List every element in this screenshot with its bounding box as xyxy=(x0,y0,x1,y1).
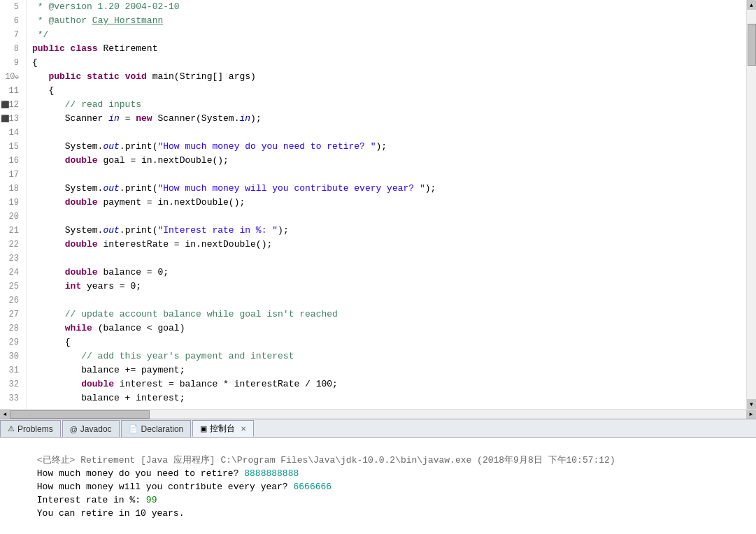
tab-console-label: 控制台 xyxy=(210,423,235,435)
line-num-30: 30 xyxy=(0,349,22,363)
line-num-5: 5 xyxy=(0,0,22,14)
console-line3-value: 99 xyxy=(146,495,157,505)
code-line-26 xyxy=(32,294,746,308)
code-text: while xyxy=(65,322,98,335)
code-text: years = 0; xyxy=(87,280,141,294)
code-text: static xyxy=(87,70,125,84)
tab-console[interactable]: ▣ 控制台 ✕ xyxy=(192,420,254,437)
tab-problems-label: Problems xyxy=(17,424,53,434)
code-text: ); xyxy=(425,182,436,196)
line-num-8: 8 xyxy=(0,42,22,56)
scroll-up-button[interactable]: ▲ xyxy=(747,0,757,10)
line-num-16: 16 xyxy=(0,154,22,168)
tab-problems[interactable]: ⚠ Problems xyxy=(0,420,61,437)
console-header-line: <已终止> Retirement [Java 应用程序] C:\Program … xyxy=(4,440,752,454)
code-text: { xyxy=(32,56,38,70)
console-line4-text: You can retire in 10 years. xyxy=(37,508,185,519)
line-num-22: 22 xyxy=(0,238,22,252)
code-text xyxy=(32,322,65,335)
code-text: "How much money will you contribute ever… xyxy=(157,182,425,196)
code-text: { xyxy=(32,84,54,98)
code-text: new xyxy=(136,112,157,126)
tab-console-close[interactable]: ✕ xyxy=(241,425,246,433)
line-num-25: 25 xyxy=(0,280,22,294)
scroll-right-button[interactable]: ► xyxy=(746,410,756,419)
declaration-icon: 📄 xyxy=(129,424,138,433)
code-text: interest = balance * interestRate / 100; xyxy=(120,377,338,391)
line-numbers: 5 6 7 8 9 10⊖ 11 ⬛12 ⬛13 14 15 16 17 18 … xyxy=(0,0,27,409)
code-text xyxy=(32,238,65,252)
code-line-13: Scanner in = new Scanner(System.in); xyxy=(32,112,746,126)
code-line-20 xyxy=(32,210,746,224)
line-num-20: 20 xyxy=(0,210,22,224)
code-line-32: double interest = balance * interestRate… xyxy=(32,377,746,391)
code-line-29: { xyxy=(32,335,746,349)
line-num-27: 27 xyxy=(0,308,22,322)
code-text xyxy=(32,70,48,84)
line-num-7: 7 xyxy=(0,28,22,42)
console-header-text: <已终止> Retirement [Java 应用程序] C:\Program … xyxy=(37,455,615,466)
code-text xyxy=(32,196,65,210)
code-text: void xyxy=(125,70,152,84)
code-line-28: while (balance < goal) xyxy=(32,322,746,335)
code-text: .print( xyxy=(120,224,158,238)
code-text: * @version 1.20 2004-02-10 xyxy=(32,0,180,14)
line-num-14: 14 xyxy=(0,126,22,140)
code-text: balance += payment; xyxy=(32,363,185,377)
code-text: double xyxy=(65,154,104,168)
tab-declaration[interactable]: 📄 Declaration xyxy=(121,420,192,437)
line-num-15: 15 xyxy=(0,140,22,154)
code-text: Scanner xyxy=(32,112,108,126)
vertical-scrollbar[interactable]: ▲ ▼ xyxy=(746,0,756,409)
code-text: Retirement xyxy=(103,42,157,56)
code-line-10: public static void main(String[] args) xyxy=(32,70,746,84)
line-num-24: 24 xyxy=(0,266,22,280)
code-text: public xyxy=(48,70,87,84)
code-text: Scanner(System. xyxy=(157,112,239,126)
line-num-32: 32 xyxy=(0,377,22,391)
line-num-12: ⬛12 xyxy=(0,98,22,112)
code-text: "Interest rate in %: " xyxy=(157,224,278,238)
line-num-18: 18 xyxy=(0,182,22,196)
code-text: "How much money do you need to retire? " xyxy=(157,140,376,154)
code-line-6: * @author Cay Horstmann xyxy=(32,14,746,28)
scroll-track-h[interactable] xyxy=(10,410,746,419)
code-text: .print( xyxy=(120,182,158,196)
code-text: public xyxy=(32,42,71,56)
scroll-thumb-h[interactable] xyxy=(10,410,150,419)
code-editor: 5 6 7 8 9 10⊖ 11 ⬛12 ⬛13 14 15 16 17 18 … xyxy=(0,0,756,419)
line-num-10: 10⊖ xyxy=(0,70,22,84)
console-line2-prefix: How much money will you contribute every… xyxy=(37,482,294,492)
code-line-17 xyxy=(32,168,746,182)
code-line-23 xyxy=(32,252,746,266)
code-text: double xyxy=(65,196,104,210)
code-text: in xyxy=(108,112,120,126)
console-line2-value: 6666666 xyxy=(293,482,331,492)
code-text: (balance < goal) xyxy=(98,322,185,335)
code-text: = xyxy=(120,112,136,126)
code-text: out xyxy=(103,140,119,154)
code-content: * @version 1.20 2004-02-10 * @author Cay… xyxy=(27,0,746,409)
horizontal-scrollbar[interactable]: ◄ ► xyxy=(0,409,756,419)
console-line1-prefix: How much money do you need to retire? xyxy=(37,468,244,479)
scroll-left-button[interactable]: ◄ xyxy=(0,410,10,419)
scroll-thumb[interactable] xyxy=(748,24,756,66)
code-text xyxy=(32,377,81,391)
code-text: ); xyxy=(376,140,387,154)
code-text: goal = in.nextDouble(); xyxy=(103,154,228,168)
code-text xyxy=(32,280,65,294)
tab-declaration-label: Declaration xyxy=(141,424,184,434)
scroll-track[interactable] xyxy=(747,10,757,399)
code-text: System. xyxy=(32,182,103,196)
line-num-17: 17 xyxy=(0,168,22,182)
code-text: { xyxy=(32,335,71,349)
code-text: double xyxy=(65,266,104,280)
scroll-down-button[interactable]: ▼ xyxy=(747,399,757,409)
code-text: int xyxy=(65,280,87,294)
line-num-31: 31 xyxy=(0,363,22,377)
code-text: balance + interest; xyxy=(32,391,185,405)
code-text: in xyxy=(239,112,250,126)
tab-javadoc[interactable]: @ Javadoc xyxy=(62,420,120,437)
code-text: main(String[] args) xyxy=(152,70,256,84)
code-text: // add this year's payment and interest xyxy=(32,349,294,363)
